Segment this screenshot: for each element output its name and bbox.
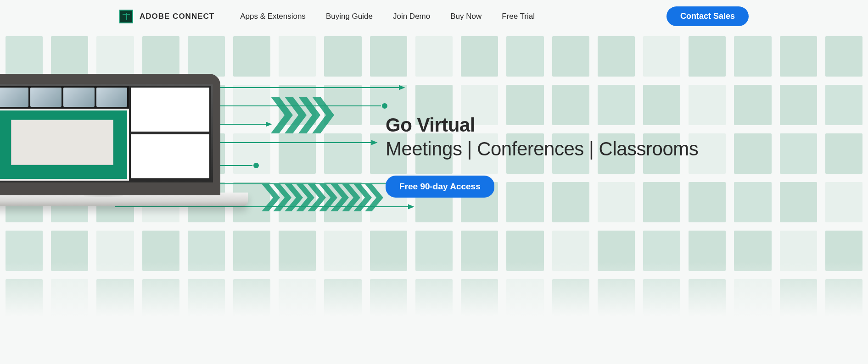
participant-video-1 — [0, 88, 28, 107]
svg-marker-6 — [409, 205, 413, 209]
adobe-connect-logo-icon — [119, 10, 133, 23]
nav-link-buy-now[interactable]: Buy Now — [450, 12, 482, 21]
brand-text: ADOBE CONNECT — [140, 12, 214, 21]
app-main-panel — [0, 86, 129, 181]
side-widget-2 — [131, 134, 209, 178]
hero-section: Go Virtual Meetings | Conferences | Clas… — [0, 33, 868, 326]
participant-video-2 — [30, 88, 62, 107]
brand[interactable]: ADOBE CONNECT — [119, 10, 214, 23]
hero-title: Go Virtual — [386, 114, 698, 136]
hero-copy: Go Virtual Meetings | Conferences | Clas… — [386, 114, 698, 198]
participant-video-3 — [63, 88, 95, 107]
nav-link-buying-guide[interactable]: Buying Guide — [326, 12, 373, 21]
free-access-button[interactable]: Free 90-day Access — [386, 176, 494, 198]
nav-link-join-demo[interactable]: Join Demo — [393, 12, 430, 21]
app-side-panel — [129, 86, 211, 181]
shared-content-area — [0, 110, 127, 179]
hero-subtitle: Meetings | Conferences | Classrooms — [386, 138, 698, 160]
laptop-mockup — [0, 74, 220, 206]
nav-link-apps-extensions[interactable]: Apps & Extensions — [240, 12, 306, 21]
svg-point-1 — [382, 104, 387, 108]
side-widget-1 — [131, 88, 209, 132]
participant-video-4 — [96, 88, 128, 107]
nav-link-free-trial[interactable]: Free Trial — [502, 12, 535, 21]
svg-marker-3 — [372, 141, 376, 144]
svg-point-4 — [254, 163, 258, 168]
laptop-screen — [0, 74, 220, 195]
video-strip — [0, 86, 129, 109]
svg-marker-0 — [399, 86, 404, 89]
svg-marker-2 — [266, 122, 271, 126]
nav-links: Apps & Extensions Buying Guide Join Demo… — [240, 12, 535, 21]
contact-sales-button[interactable]: Contact Sales — [666, 6, 749, 26]
top-nav: ADOBE CONNECT Apps & Extensions Buying G… — [0, 0, 868, 33]
